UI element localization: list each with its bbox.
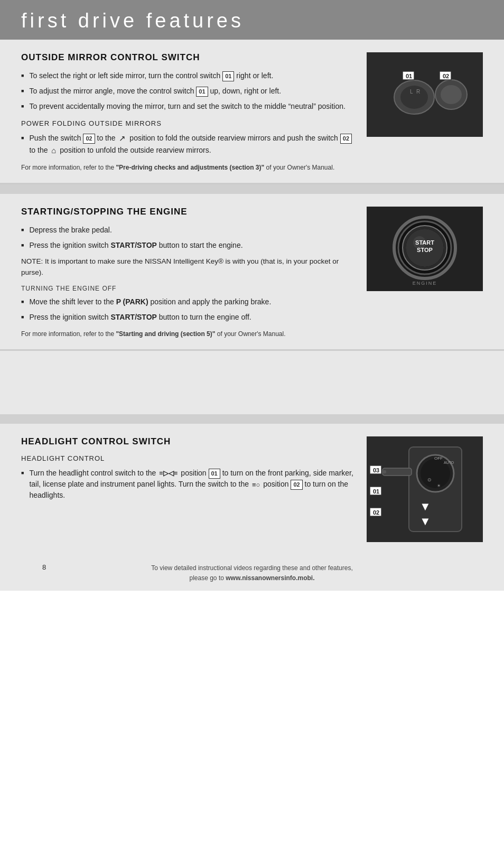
page-header: first drive features [0,0,504,40]
engine-off-title: TURNING THE ENGINE OFF [21,285,356,292]
badge-02-headlight: 02 [291,480,302,490]
fold-bullet: Push the switch 02 to the ↗ position to … [21,133,356,156]
engine-off-bullets: Move the shift lever to the P (PARK) pos… [21,296,356,323]
headlight-bullets: Turn the headlight control switch to the… [21,468,356,501]
svg-text:02: 02 [373,509,379,516]
svg-text:ENGINE: ENGINE [413,281,437,286]
fold-icon-1: ↗ [119,134,126,143]
badge-01-mirror-2: 01 [196,87,208,97]
svg-text:R: R [416,89,420,95]
headlight-text: HEADLIGHT CONTROL SWITCH HEADLIGHT CONTR… [21,436,356,506]
engine-reference: For more information, refer to the "Star… [21,329,356,339]
engine-off-bullet-1: Move the shift lever to the P (PARK) pos… [21,296,356,308]
mirror-bullets: To select the right or left side mirror,… [21,70,356,112]
engine-section-title: STARTING/STOPPING THE ENGINE [21,207,356,217]
footer-text: To view detailed instructional videos re… [21,563,483,583]
engine-image: START STOP ENGINE [367,207,483,291]
svg-text:01: 01 [406,73,412,79]
badge-01-headlight: 01 [209,469,220,479]
svg-text:▼: ▼ [419,500,431,513]
fold-icon-2: ⌂ [51,146,56,155]
engine-svg: START STOP ENGINE [367,207,483,291]
mirror-reference: For more information, refer to the "Pre-… [21,163,356,172]
svg-text:02: 02 [443,73,449,79]
badge-02-fold-1: 02 [83,134,95,144]
svg-point-2 [400,86,428,109]
headlight-control-title: HEADLIGHT CONTROL [21,454,356,462]
engine-bullet-1: Depress the brake pedal. [21,225,356,236]
svg-text:▼: ▼ [419,515,431,528]
gap-2 [0,414,504,424]
power-folding-title: POWER FOLDING OUTSIDE MIRRORS [21,119,356,127]
engine-image-container: START STOP ENGINE [367,207,483,291]
mirror-svg: L R 01 02 [367,52,483,137]
svg-text:START: START [415,239,434,246]
headlight-bullet-1: Turn the headlight control switch to the… [21,468,356,501]
svg-point-6 [441,85,462,104]
svg-text:☀: ☀ [437,483,441,488]
page-title: first drive features [21,10,483,32]
gap-large [0,351,504,414]
badge-01-mirror-1: 01 [222,71,234,81]
headlight-image-container: OFF AUTO ⊙ ☀ ▼ ▼ 03 01 [367,436,483,542]
engine-section: STARTING/STOPPING THE ENGINE Depress the… [0,194,504,351]
mirror-section: OUTSIDE MIRROR CONTROL SWITCH To select … [0,40,504,184]
badge-02-fold-2: 02 [340,134,352,144]
fold-bullets: Push the switch 02 to the ↗ position to … [21,133,356,156]
svg-text:L: L [410,89,413,95]
mirror-image: L R 01 02 [367,52,483,137]
mirror-bullet-1: To select the right or left side mirror,… [21,70,356,81]
svg-text:OFF: OFF [434,456,443,461]
mirror-section-title: OUTSIDE MIRROR CONTROL SWITCH [21,52,356,63]
headlight-section-title: HEADLIGHT CONTROL SWITCH [21,436,356,447]
svg-text:AUTO: AUTO [444,461,454,464]
page-footer: 8 To view detailed instructional videos … [0,553,504,591]
svg-text:03: 03 [373,467,379,473]
svg-text:STOP: STOP [417,247,433,253]
headlight-svg: OFF AUTO ⊙ ☀ ▼ ▼ 03 01 [367,436,483,542]
headlight-icon-1: ≡▷◁≡ [159,469,178,477]
engine-bullets: Depress the brake pedal. Press the ignit… [21,225,356,251]
gap-1 [0,184,504,194]
engine-off-bullet-2: Press the ignition switch START/STOP but… [21,312,356,323]
mirror-image-container: L R 01 02 [367,52,483,137]
page-number: 8 [42,563,46,571]
svg-text:⊙: ⊙ [427,477,432,482]
headlight-section: HEADLIGHT CONTROL SWITCH HEADLIGHT CONTR… [0,424,504,553]
mirror-bullet-3: To prevent accidentally moving the mirro… [21,101,356,112]
svg-text:01: 01 [373,488,379,495]
engine-note: NOTE: It is important to make sure the N… [21,256,356,278]
headlight-image: OFF AUTO ⊙ ☀ ▼ ▼ 03 01 [367,436,483,542]
mirror-bullet-2: To adjust the mirror angle, move the con… [21,86,356,97]
headlight-icon-2: ≡○ [252,481,260,489]
engine-text: STARTING/STOPPING THE ENGINE Depress the… [21,207,356,339]
engine-bullet-2: Press the ignition switch START/STOP but… [21,240,356,251]
mirror-text: OUTSIDE MIRROR CONTROL SWITCH To select … [21,52,356,172]
svg-rect-29 [382,468,412,476]
footer-inner: 8 To view detailed instructional videos … [21,563,483,583]
